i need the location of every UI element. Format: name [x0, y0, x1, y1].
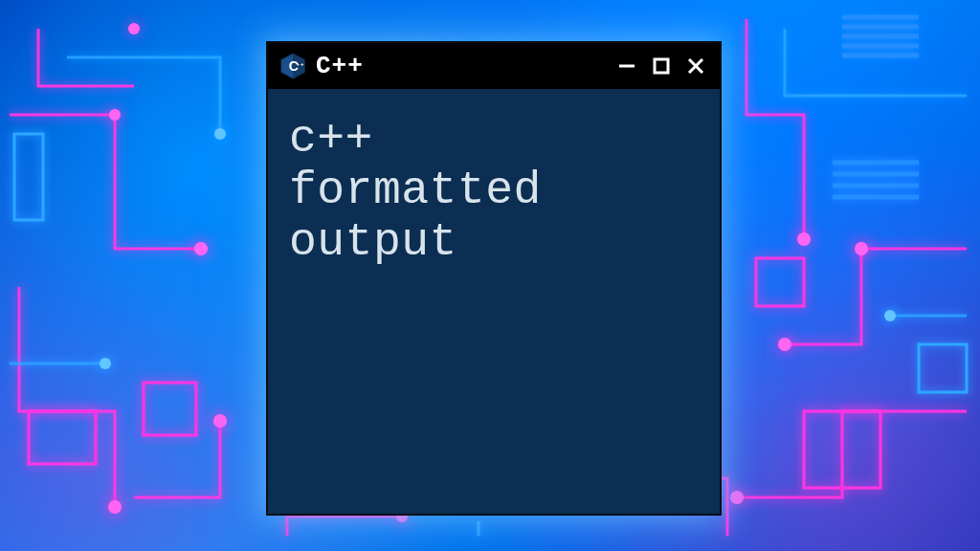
titlebar[interactable]: C + + C++ [268, 43, 720, 89]
svg-rect-14 [919, 344, 967, 392]
terminal-window: C + + C++ c++ [268, 43, 720, 514]
svg-text:+: + [301, 60, 304, 67]
svg-point-21 [100, 358, 111, 369]
svg-point-22 [797, 232, 811, 246]
maximize-icon [652, 56, 671, 76]
svg-rect-35 [655, 59, 668, 73]
svg-point-26 [884, 310, 896, 321]
window-controls [614, 54, 708, 78]
terminal-content: c++ formatted output [268, 89, 720, 514]
svg-point-23 [778, 338, 791, 351]
minimize-button[interactable] [614, 54, 639, 78]
window-title: C++ [316, 52, 605, 80]
maximize-button[interactable] [649, 54, 674, 78]
svg-point-18 [213, 414, 227, 428]
svg-rect-11 [14, 134, 43, 220]
close-icon [686, 56, 705, 76]
svg-point-17 [128, 23, 140, 34]
close-button[interactable] [683, 54, 708, 78]
svg-point-19 [108, 500, 122, 514]
svg-rect-10 [144, 383, 196, 435]
svg-point-20 [214, 128, 226, 140]
svg-point-15 [194, 242, 208, 255]
svg-point-24 [730, 491, 744, 504]
minimize-icon [617, 56, 636, 76]
svg-point-25 [855, 242, 868, 255]
svg-rect-13 [756, 258, 804, 306]
svg-point-16 [109, 109, 121, 121]
svg-rect-9 [29, 411, 96, 464]
svg-text:+: + [297, 60, 301, 67]
cpp-logo-icon: C + + [279, 53, 306, 79]
